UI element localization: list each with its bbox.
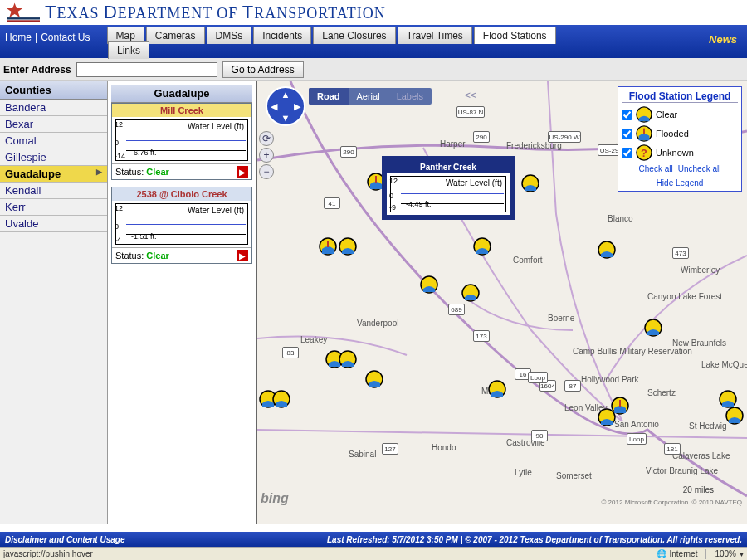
city-label: Victor Braunig Lake	[646, 466, 718, 475]
legend-check-all[interactable]: Check all	[639, 164, 673, 173]
svg-rect-27	[643, 129, 645, 134]
city-label: Harper	[440, 139, 466, 149]
view-labels-tab[interactable]: Labels	[388, 88, 432, 105]
city-label: Hondo	[432, 443, 456, 452]
status-text: javascript://pushin hover	[3, 549, 93, 558]
flood-pin-clear[interactable]	[719, 390, 737, 408]
flood-pin-clear[interactable]	[365, 370, 383, 388]
svg-rect-4	[327, 241, 329, 247]
legend-checkbox-clear[interactable]	[622, 110, 632, 120]
legend-uncheck-all[interactable]: Uncheck all	[678, 164, 721, 173]
county-bandera[interactable]: Bandera	[0, 100, 107, 116]
tab-cameras[interactable]: Cameras	[146, 27, 205, 44]
flood-pin-clear[interactable]	[339, 237, 357, 256]
city-label: Calaveras Lake	[672, 451, 730, 460]
collapse-toolbar-button[interactable]: <<	[465, 90, 476, 101]
station-next-button[interactable]: ▶	[237, 166, 248, 178]
flood-pin-clear[interactable]	[521, 174, 540, 192]
city-label: Boerne	[548, 314, 574, 323]
stations-panel: Guadalupe Mill Creek120-14Water Level (f…	[108, 81, 257, 524]
legend-flooded-icon	[636, 125, 652, 142]
zoom-rotate-button[interactable]: ⟳	[259, 131, 274, 146]
route-shield: 173	[473, 330, 490, 342]
tab-flood-stations[interactable]: Flood Stations	[474, 27, 556, 44]
flood-pin-clear[interactable]	[339, 350, 357, 368]
tab-dmss[interactable]: DMSs	[207, 27, 252, 44]
legend-checkbox-unknown[interactable]	[622, 148, 632, 158]
flood-pin-clear[interactable]	[488, 380, 506, 398]
flood-pin-clear[interactable]	[598, 241, 616, 259]
legend-item-flooded: Flooded	[622, 125, 738, 142]
tab-incidents[interactable]: Incidents	[253, 27, 311, 44]
legend-clear-icon	[636, 106, 652, 123]
pan-east-icon[interactable]: ▶	[294, 101, 300, 112]
address-label: Enter Address	[3, 64, 71, 75]
route-shield: US-290 W	[548, 131, 581, 143]
city-label: Somerset	[556, 471, 592, 480]
city-label: Lake McQuee	[701, 360, 747, 369]
flood-legend: Flood Station Legend ClearFlooded?Unknow…	[618, 86, 742, 192]
city-label: Vanderpool	[357, 319, 398, 328]
city-label: Sabinal	[349, 450, 376, 459]
contact-link[interactable]: Contact Us	[41, 32, 90, 43]
station-popup: Panther Creek 12 0 -9 Water Level (ft) -…	[382, 156, 515, 220]
city-label: San Antonio	[614, 420, 659, 429]
legend-checkbox-flooded[interactable]	[622, 129, 632, 139]
flood-pin-clear[interactable]	[473, 237, 491, 256]
route-shield: Loop	[627, 433, 647, 445]
view-road-tab[interactable]: Road	[309, 88, 349, 105]
county-guadalupe[interactable]: Guadalupe	[0, 166, 107, 183]
route-shield: Loop	[528, 372, 548, 383]
city-label: New Braunfels	[672, 338, 726, 348]
zoom-out-button[interactable]: −	[259, 164, 274, 179]
county-bexar[interactable]: Bexar	[0, 116, 107, 133]
secondary-tabs: Links	[108, 41, 151, 59]
city-label: Hollywood Park	[581, 375, 638, 384]
county-uvalde[interactable]: Uvalde	[0, 216, 107, 232]
city-label: Wimberley	[681, 265, 720, 275]
tab-lane-closures[interactable]: Lane Closures	[313, 27, 395, 44]
station-card[interactable]: Mill Creek120-14Water Level (ft)-6.76 ft…	[111, 103, 252, 180]
counties-panel: Counties BanderaBexarComalGillespieGuada…	[0, 81, 108, 524]
disclaimer-link[interactable]: Disclaimer and Content Usage	[5, 535, 124, 544]
globe-icon: 🌐	[657, 549, 666, 558]
address-bar: Enter Address Go to Address	[0, 58, 747, 81]
address-input[interactable]	[76, 62, 217, 77]
legend-hide[interactable]: Hide Legend	[657, 178, 704, 187]
county-kendall[interactable]: Kendall	[0, 183, 107, 199]
pan-compass[interactable]: ▲ ▼ ◀ ▶	[266, 86, 305, 126]
footer-bar: Disclaimer and Content Usage Last Refres…	[0, 532, 747, 547]
station-card[interactable]: 2538 @ Cibolo Creek120-4Water Level (ft)…	[111, 187, 252, 264]
route-shield: 83	[282, 347, 299, 358]
station-name: Mill Creek	[112, 104, 251, 117]
home-link[interactable]: Home	[5, 32, 32, 43]
news-link[interactable]: News	[709, 33, 737, 46]
tab-links[interactable]: Links	[108, 41, 149, 59]
counties-header: Counties	[0, 81, 107, 100]
city-label: Schertz	[647, 388, 676, 397]
county-comal[interactable]: Comal	[0, 133, 107, 149]
county-gillespie[interactable]: Gillespie	[0, 149, 107, 166]
flood-pin-clear[interactable]	[725, 407, 744, 425]
flood-pin-clear[interactable]	[644, 319, 662, 337]
route-shield: 127	[382, 443, 398, 455]
pan-north-icon[interactable]: ▲	[281, 90, 290, 100]
go-to-address-button[interactable]: Go to Address	[222, 61, 304, 78]
flood-pin-clear[interactable]	[461, 284, 480, 302]
tab-travel-times[interactable]: Travel Times	[398, 27, 472, 44]
flood-pin-flooded[interactable]	[319, 237, 337, 256]
zoom-in-button[interactable]: +	[259, 148, 274, 163]
route-shield: 290	[473, 131, 490, 143]
pan-south-icon[interactable]: ▼	[281, 113, 290, 123]
county-kerr[interactable]: Kerr	[0, 199, 107, 216]
water-level-chart: 120-4Water Level (ft)-1.51 ft.	[115, 203, 248, 245]
flood-pin-clear[interactable]	[272, 390, 290, 408]
flood-pin-clear[interactable]	[598, 408, 616, 426]
zoom-dropdown-icon[interactable]: ▾	[740, 549, 744, 558]
map-viewport[interactable]: HarperFredericksburgJohnBlancoComfortWim…	[257, 81, 747, 524]
flood-pin-clear[interactable]	[420, 275, 438, 294]
legend-title: Flood Station Legend	[622, 90, 738, 103]
view-aerial-tab[interactable]: Aerial	[349, 88, 388, 105]
station-next-button[interactable]: ▶	[237, 250, 248, 261]
pan-west-icon[interactable]: ◀	[271, 101, 277, 112]
